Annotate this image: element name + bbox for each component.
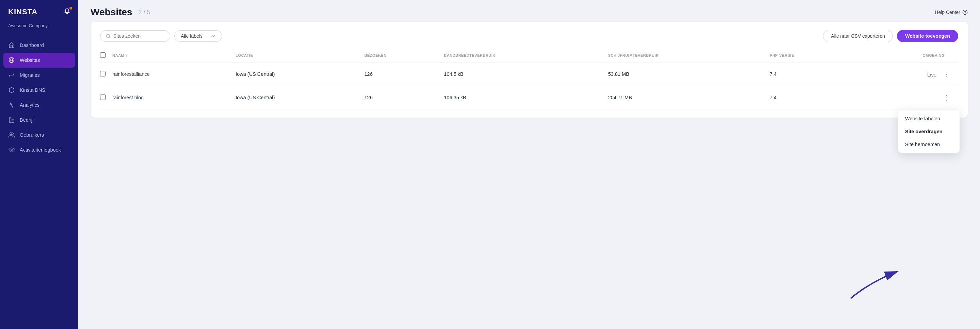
sidebar-item-label: Kinsta DNS [20, 87, 45, 93]
site-visits-1: 126 [364, 62, 444, 86]
page-title: Websites [91, 7, 132, 18]
migration-icon [8, 72, 15, 79]
context-menu-item-label[interactable]: Website labelen [898, 112, 959, 125]
sidebar-item-label: Migraties [20, 73, 40, 78]
search-icon [106, 34, 111, 38]
help-icon [962, 9, 968, 15]
col-name: NAAM ↑ [112, 49, 235, 62]
search-input[interactable] [113, 33, 164, 39]
sidebar-item-dashboard[interactable]: Dashboard [0, 38, 78, 53]
svg-rect-3 [12, 119, 14, 122]
col-visits: BEZOEKEN [364, 49, 444, 62]
content-area: Alle labels Alle naar CSV exporteren Web… [78, 22, 980, 329]
select-all-checkbox[interactable] [100, 52, 105, 58]
site-visits-2: 126 [364, 86, 444, 109]
sidebar-item-label: Activiteitenlogboek [20, 147, 61, 153]
sidebar-item-label: Gebruikers [20, 132, 44, 138]
site-php-2: 7.4 [770, 86, 856, 109]
sidebar: KINSTA Awesome Company Dashboard [0, 0, 78, 329]
toolbar-left: Alle labels [100, 30, 222, 42]
sidebar-item-migrations[interactable]: Migraties [0, 68, 78, 82]
sidebar-item-label: Dashboard [20, 43, 44, 48]
sidebar-item-gebruikers[interactable]: Gebruikers [0, 127, 78, 142]
globe-icon [8, 57, 15, 63]
topbar: Websites 2 / 5 Help Center [78, 0, 980, 22]
chevron-down-icon [211, 34, 216, 38]
site-php-1: 7.4 [770, 62, 856, 86]
table-row: rainforest blog Iowa (US Central) 126 10… [100, 86, 958, 109]
logo-area: KINSTA [0, 0, 78, 22]
context-menu: Website labelen Site overdragen Site her… [898, 110, 959, 153]
label-filter-dropdown[interactable]: Alle labels [174, 30, 222, 42]
sidebar-item-websites[interactable]: Websites [3, 53, 75, 68]
col-bandwidth: BANDBREEDTEVERBRUIK [444, 49, 608, 62]
row-menu-button-1[interactable]: ⋮ [940, 69, 953, 79]
sidebar-item-bedrijf[interactable]: Bedrijf [0, 112, 78, 127]
row-checkbox-2[interactable] [100, 95, 105, 100]
company-name: Awesome Company [0, 22, 78, 35]
site-bandwidth-2: 106.35 kB [444, 86, 608, 109]
building-icon [8, 117, 15, 123]
site-location-2: Iowa (US Central) [235, 86, 364, 109]
notification-badge [70, 7, 72, 9]
export-csv-button[interactable]: Alle naar CSV exporteren [823, 30, 893, 42]
main-content: Websites 2 / 5 Help Center [78, 0, 980, 329]
sidebar-item-analytics[interactable]: Analytics [0, 98, 78, 112]
svg-line-10 [109, 37, 110, 38]
site-bandwidth-1: 104.5 kB [444, 62, 608, 86]
sidebar-nav: Dashboard Websites Migraties [0, 35, 78, 329]
eye-icon [8, 147, 15, 153]
sidebar-item-activiteitenlogboek[interactable]: Activiteitenlogboek [0, 142, 78, 157]
arrow-annotation [844, 261, 912, 302]
dns-icon [8, 87, 15, 93]
notification-bell[interactable] [64, 8, 70, 16]
add-website-button[interactable]: Website toevoegen [897, 30, 958, 42]
site-env-1: Live [927, 72, 936, 78]
toolbar-right: Alle naar CSV exporteren Website toevoeg… [823, 30, 958, 42]
page-title-area: Websites 2 / 5 [91, 7, 150, 18]
context-menu-item-transfer[interactable]: Site overdragen [898, 125, 959, 138]
context-menu-item-rename[interactable]: Site hernoemen [898, 138, 959, 151]
col-env: OMGEVING [856, 49, 958, 62]
users-icon [8, 131, 15, 138]
site-disk-1: 53.81 MB [608, 62, 770, 86]
svg-point-5 [10, 133, 12, 134]
col-disk: SCHIJFRUIMTEVERBRUIK [608, 49, 770, 62]
sidebar-item-label: Bedrijf [20, 117, 34, 123]
main-card: Alle labels Alle naar CSV exporteren Web… [91, 22, 968, 118]
site-name-1[interactable]: rainforestalliance [112, 62, 235, 86]
chart-icon [8, 101, 15, 108]
row-menu-button-2[interactable]: ⋮ [940, 92, 953, 103]
sidebar-item-label: Websites [20, 57, 40, 63]
col-php: PHP-VERSIE [770, 49, 856, 62]
page-count: 2 / 5 [138, 9, 150, 16]
site-location-1: Iowa (US Central) [235, 62, 364, 86]
col-location: LOCATIE [235, 49, 364, 62]
sidebar-item-kinsta-dns[interactable]: Kinsta DNS [0, 82, 78, 98]
svg-point-6 [11, 149, 13, 151]
table-toolbar: Alle labels Alle naar CSV exporteren Web… [100, 30, 958, 42]
sidebar-item-label: Analytics [20, 102, 40, 108]
search-wrap[interactable] [100, 30, 170, 42]
help-center-link[interactable]: Help Center [935, 9, 968, 15]
websites-table: NAAM ↑ LOCATIE BEZOEKEN BANDBREEDTEVERBR… [100, 49, 958, 109]
row-checkbox-1[interactable] [100, 71, 105, 76]
site-disk-2: 204.71 MB [608, 86, 770, 109]
table-row: rainforestalliance Iowa (US Central) 126… [100, 62, 958, 86]
svg-rect-2 [9, 118, 11, 122]
home-icon [8, 42, 15, 49]
site-name-2[interactable]: rainforest blog [112, 86, 235, 109]
logo: KINSTA [8, 8, 37, 16]
